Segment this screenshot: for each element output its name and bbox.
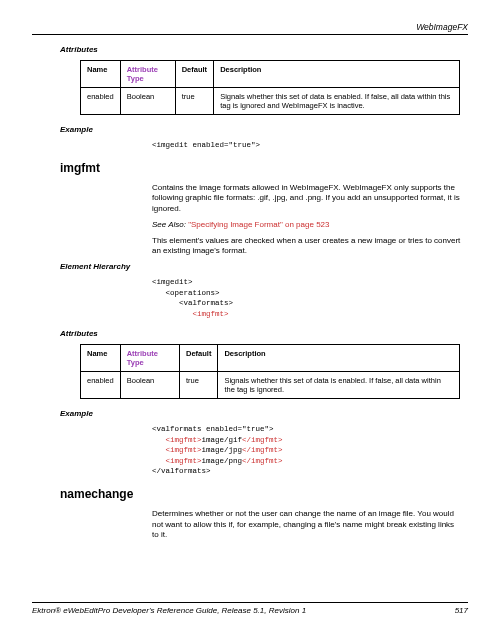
attributes-label-1: Attributes bbox=[60, 45, 468, 54]
e2-l1: <valformats enabled="true"> bbox=[152, 425, 274, 433]
h-l1: <imgedit> bbox=[152, 278, 193, 286]
cell-description: Signals whether this set of data is enab… bbox=[214, 88, 460, 115]
see-also: See Also: "Specifying Image Format" on p… bbox=[152, 220, 462, 231]
e2-l4b: image/png bbox=[202, 457, 243, 465]
page-number: 517 bbox=[455, 606, 468, 615]
namechange-para: Determines whether or not the user can c… bbox=[152, 509, 462, 541]
example-code-1: <imgedit enabled="true"> bbox=[152, 140, 468, 151]
e2-l2a: <imgfmt> bbox=[152, 436, 202, 444]
see-also-link[interactable]: "Specifying Image Format" on page 523 bbox=[188, 220, 329, 229]
footer-title: Ektron® eWebEditPro Developer's Referenc… bbox=[32, 606, 306, 615]
e2-l4a: <imgfmt> bbox=[152, 457, 202, 465]
attributes-table-1: Name Attribute Type Default Description … bbox=[80, 60, 460, 115]
e2-l4c: </imgfmt> bbox=[242, 457, 283, 465]
e2-l2b: image/gif bbox=[202, 436, 243, 444]
table-header-row: Name Attribute Type Default Description bbox=[81, 61, 460, 88]
col-attr-type: Attribute Type bbox=[120, 61, 175, 88]
hierarchy-code: <imgedit> <operations> <valformats> <img… bbox=[152, 277, 468, 319]
element-hierarchy-label: Element Hierarchy bbox=[60, 262, 468, 271]
h-l2: <operations> bbox=[152, 289, 220, 297]
col-attr-type: Attribute Type bbox=[120, 345, 179, 372]
cell-attr-type: Boolean bbox=[120, 88, 175, 115]
imgfmt-para-1: Contains the image formats allowed in We… bbox=[152, 183, 462, 215]
imgfmt-para-2: This element's values are checked when a… bbox=[152, 236, 462, 258]
col-default: Default bbox=[175, 61, 213, 88]
h-l3: <valformats> bbox=[152, 299, 233, 307]
cell-description: Signals whether this set of data is enab… bbox=[218, 372, 460, 399]
see-also-prefix: See Also: bbox=[152, 220, 188, 229]
cell-default: true bbox=[180, 372, 218, 399]
table-row: enabled Boolean true Signals whether thi… bbox=[81, 372, 460, 399]
heading-imgfmt: imgfmt bbox=[60, 161, 468, 175]
example-label-1: Example bbox=[60, 125, 468, 134]
attributes-table-2: Name Attribute Type Default Description … bbox=[80, 344, 460, 399]
h-l4: <imgfmt> bbox=[152, 310, 229, 318]
header-product: WebImageFX bbox=[32, 22, 468, 34]
example-label-2: Example bbox=[60, 409, 468, 418]
e2-l3c: </imgfmt> bbox=[242, 446, 283, 454]
cell-name: enabled bbox=[81, 88, 121, 115]
e2-l2c: </imgfmt> bbox=[242, 436, 283, 444]
col-name: Name bbox=[81, 61, 121, 88]
cell-attr-type: Boolean bbox=[120, 372, 179, 399]
e2-l3a: <imgfmt> bbox=[152, 446, 202, 454]
footer: Ektron® eWebEditPro Developer's Referenc… bbox=[32, 602, 468, 615]
e2-l5: </valformats> bbox=[152, 467, 211, 475]
example-code-2: <valformats enabled="true"> <imgfmt>imag… bbox=[152, 424, 468, 477]
cell-default: true bbox=[175, 88, 213, 115]
table-row: enabled Boolean true Signals whether thi… bbox=[81, 88, 460, 115]
col-default: Default bbox=[180, 345, 218, 372]
cell-name: enabled bbox=[81, 372, 121, 399]
heading-namechange: namechange bbox=[60, 487, 468, 501]
header-rule bbox=[32, 34, 468, 35]
col-name: Name bbox=[81, 345, 121, 372]
col-description: Description bbox=[218, 345, 460, 372]
table-header-row: Name Attribute Type Default Description bbox=[81, 345, 460, 372]
e2-l3b: image/jpg bbox=[202, 446, 243, 454]
col-description: Description bbox=[214, 61, 460, 88]
attributes-label-2: Attributes bbox=[60, 329, 468, 338]
